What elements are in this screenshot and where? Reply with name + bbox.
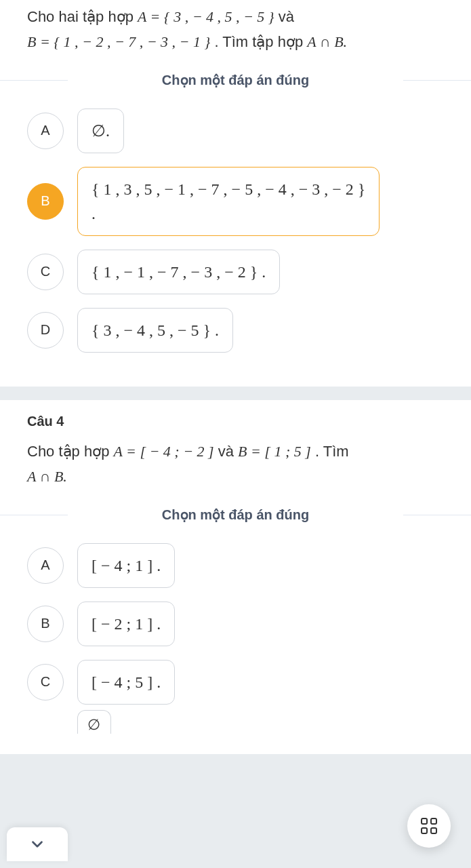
question-card-4: Câu 4 Cho tập hợp A = [ − 4 ; − 2 ] và B… [0,400,471,754]
q3-joiner: và [279,8,294,25]
q4-option-C-row: C [ − 4 ; 5 ] . [27,660,444,705]
q4-option-A-box[interactable]: [ − 4 ; 1 ] . [77,543,175,588]
q4-option-A-letter[interactable]: A [27,547,64,584]
q3-option-B-row: B { 1 , 3 , 5 , − 1 , − 7 , − 5 , − 4 , … [27,167,444,236]
q4-option-B-row: B [ − 2 ; 1 ] . [27,601,444,646]
q4-joiner: và [218,443,238,460]
q3-option-B-letter[interactable]: B [27,183,64,220]
q4-header: Câu 4 [27,414,444,429]
q4-setB: B = [ 1 ; 5 ] [238,443,311,460]
q4-option-B-letter[interactable]: B [27,606,64,642]
q4-target: A ∩ B. [27,468,67,485]
q3-option-A-letter[interactable]: A [27,113,64,149]
q3-option-B-dot: . [91,205,96,222]
q3-option-B-text: { 1 , 3 , 5 , − 1 , − 7 , − 5 , − 4 , − … [91,180,365,198]
q3-instruction: Chọn một đáp án đúng [27,72,444,88]
question-4-prompt: Cho tập hợp A = [ − 4 ; − 2 ] và B = [ 1… [27,439,444,490]
q3-option-B-box[interactable]: { 1 , 3 , 5 , − 1 , − 7 , − 5 , − 4 , − … [77,167,380,236]
question-card-3: Cho hai tập hợp A = { 3 , − 4 , 5 , − 5 … [0,0,471,387]
q3-setA: A = { 3 , − 4 , 5 , − 5 } [138,8,274,25]
q4-prompt-text-2: . Tìm [315,443,349,460]
q3-option-A-row: A ∅. [27,108,444,153]
q4-option-B-box[interactable]: [ − 2 ; 1 ] . [77,601,175,646]
q4-option-C-box[interactable]: [ − 4 ; 5 ] . [77,660,175,705]
q4-option-C-letter[interactable]: C [27,664,64,701]
q3-option-A-box[interactable]: ∅. [77,108,124,153]
q4-option-D-partial[interactable]: ∅ [77,710,111,734]
q4-instruction: Chọn một đáp án đúng [27,507,444,523]
q3-option-D-row: D { 3 , − 4 , 5 , − 5 } . [27,308,444,353]
q3-option-D-box[interactable]: { 3 , − 4 , 5 , − 5 } . [77,308,233,353]
q3-prompt-text-1: Cho hai tập hợp [27,8,138,25]
q3-option-C-row: C { 1 , − 1 , − 7 , − 3 , − 2 } . [27,250,444,294]
q3-target: A ∩ B. [307,33,347,50]
q3-option-C-box[interactable]: { 1 , − 1 , − 7 , − 3 , − 2 } . [77,250,280,294]
q3-option-D-letter[interactable]: D [27,312,64,349]
question-3-prompt: Cho hai tập hợp A = { 3 , − 4 , 5 , − 5 … [27,4,444,55]
q3-option-C-letter[interactable]: C [27,254,64,290]
q4-setA: A = [ − 4 ; − 2 ] [114,443,214,460]
q3-prompt-text-2: . Tìm tập hợp [214,33,307,50]
q4-option-A-row: A [ − 4 ; 1 ] . [27,543,444,588]
q3-setB: B = { 1 , − 2 , − 7 , − 3 , − 1 } [27,33,210,50]
q4-prompt-text-1: Cho tập hợp [27,443,114,460]
